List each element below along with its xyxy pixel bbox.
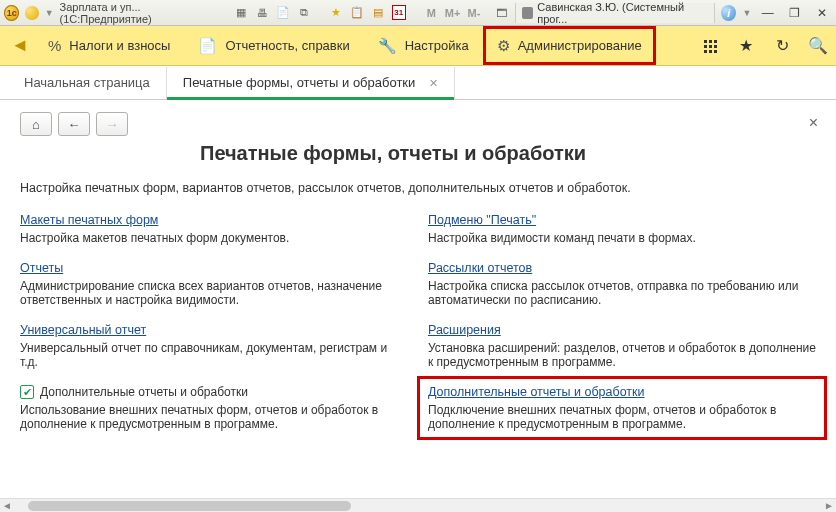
m-icon[interactable]: M <box>424 5 439 21</box>
left-column: Макеты печатных форм Настройка макетов п… <box>20 213 408 447</box>
window-icon[interactable]: 🗔 <box>494 5 509 21</box>
link-print-submenu[interactable]: Подменю "Печать" <box>428 213 536 227</box>
tab-label: Печатные формы, отчеты и обработки <box>183 75 416 90</box>
window-titlebar: 1c ▼ Зарплата и уп... (1С:Предприятие) ▦… <box>0 0 836 26</box>
section-additional-reports-checkbox: ✔ Дополнительные отчеты и обработки Испо… <box>20 385 408 431</box>
scroll-thumb[interactable] <box>28 501 351 511</box>
desc-reports: Администрирование списка всех вариантов … <box>20 279 408 307</box>
home-button[interactable]: ⌂ <box>20 112 52 136</box>
page-nav-buttons: ⌂ ← → <box>20 112 816 136</box>
chevron-down-icon: ▼ <box>45 8 54 18</box>
main-toolbar: ◄ % Налоги и взносы 📄 Отчетность, справк… <box>0 26 836 66</box>
scroll-right-arrow[interactable]: ► <box>822 500 836 511</box>
compare-icon[interactable]: ⧉ <box>297 5 312 21</box>
m-minus-icon[interactable]: M- <box>466 5 481 21</box>
forward-button[interactable]: → <box>96 112 128 136</box>
back-button[interactable]: ← <box>58 112 90 136</box>
percent-icon: % <box>48 37 61 54</box>
nav-administration[interactable]: ⚙ Администрирование <box>483 26 656 65</box>
chevron-down-icon: ▼ <box>742 8 751 18</box>
nav-label: Налоги и взносы <box>69 38 170 53</box>
clipboard-icon[interactable]: 📋 <box>349 5 364 21</box>
checkbox-label: Дополнительные отчеты и обработки <box>40 385 248 399</box>
highlighted-section: Дополнительные отчеты и обработки Подклю… <box>422 381 822 435</box>
right-column: Подменю "Печать" Настройка видимости ком… <box>428 213 816 447</box>
history-button[interactable]: ↻ <box>764 26 800 66</box>
toolbar-right: ★ ↻ 🔍 <box>692 26 836 65</box>
favorites-button[interactable]: ★ <box>728 26 764 66</box>
desc-print-layouts: Настройка макетов печатных форм документ… <box>20 231 408 245</box>
desc-extensions: Установка расширений: разделов, отчетов … <box>428 341 816 369</box>
nav-label: Отчетность, справки <box>225 38 349 53</box>
tab-start-page[interactable]: Начальная страница <box>8 67 167 99</box>
nav-taxes[interactable]: % Налоги и взносы <box>34 26 184 65</box>
scroll-left-arrow[interactable]: ◄ <box>0 500 14 511</box>
link-universal-report[interactable]: Универсальный отчет <box>20 323 146 337</box>
section-additional-reports-link: Дополнительные отчеты и обработки Подклю… <box>428 381 816 435</box>
print-icon[interactable]: 🖶 <box>254 5 269 21</box>
close-tab-icon[interactable]: ✕ <box>429 77 438 89</box>
user-label: Савинская З.Ю. (Системный прог... <box>537 1 708 25</box>
checkbox-row[interactable]: ✔ Дополнительные отчеты и обработки <box>20 385 408 399</box>
nav-settings[interactable]: 🔧 Настройка <box>364 26 483 65</box>
section-print-submenu: Подменю "Печать" Настройка видимости ком… <box>428 213 816 245</box>
nav-label: Администрирование <box>518 38 642 53</box>
tb-icon-1[interactable]: ▦ <box>233 5 248 21</box>
horizontal-scrollbar[interactable]: ◄ ► <box>0 498 836 512</box>
tab-label: Начальная страница <box>24 75 150 90</box>
page-title: Печатные формы, отчеты и обработки <box>200 142 816 165</box>
tabs-bar: Начальная страница Печатные формы, отчет… <box>0 66 836 100</box>
grid-icon <box>703 39 717 53</box>
gear-icon: ⚙ <box>497 37 510 55</box>
toolbar-back-button[interactable]: ◄ <box>6 26 34 65</box>
page-close-button[interactable]: × <box>809 114 818 132</box>
tab-print-forms[interactable]: Печатные формы, отчеты и обработки ✕ <box>167 67 455 99</box>
desc-print-submenu: Настройка видимости команд печати в форм… <box>428 231 816 245</box>
page-subtitle: Настройка печатных форм, вариантов отчет… <box>20 181 816 195</box>
section-report-mailing: Рассылки отчетов Настройка списка рассыл… <box>428 261 816 307</box>
section-print-layouts: Макеты печатных форм Настройка макетов п… <box>20 213 408 245</box>
document-icon: 📄 <box>198 37 217 55</box>
desc-report-mailing: Настройка списка рассылок отчетов, отпра… <box>428 279 816 307</box>
checkbox-checked-icon[interactable]: ✔ <box>20 385 34 399</box>
nav-label: Настройка <box>405 38 469 53</box>
section-universal-report: Универсальный отчет Универсальный отчет … <box>20 323 408 369</box>
apps-button[interactable] <box>692 26 728 66</box>
desc-additional-right: Подключение внешних печатных форм, отчет… <box>428 403 816 431</box>
doc-icon[interactable]: 📄 <box>276 5 291 21</box>
info-icon[interactable]: i <box>721 5 736 21</box>
minimize-button[interactable]: — <box>757 4 778 22</box>
app-icon: 1c <box>4 5 19 21</box>
link-print-layouts[interactable]: Макеты печатных форм <box>20 213 158 227</box>
page-content: ⌂ ← → × Печатные формы, отчеты и обработ… <box>0 100 836 498</box>
section-reports: Отчеты Администрирование списка всех вар… <box>20 261 408 307</box>
scroll-track[interactable] <box>14 501 822 511</box>
link-reports[interactable]: Отчеты <box>20 261 63 275</box>
desc-additional-left: Использование внешних печатных форм, отч… <box>20 403 408 431</box>
m-plus-icon[interactable]: M+ <box>445 5 461 21</box>
search-button[interactable]: 🔍 <box>800 26 836 66</box>
table-icon[interactable]: ▤ <box>370 5 385 21</box>
app-menu-dropdown[interactable] <box>25 6 38 20</box>
user-segment[interactable]: Савинская З.Ю. (Системный прог... <box>515 3 715 23</box>
restore-button[interactable]: ❐ <box>784 4 805 22</box>
desc-universal-report: Универсальный отчет по справочникам, док… <box>20 341 408 369</box>
link-extensions[interactable]: Расширения <box>428 323 501 337</box>
nav-reports[interactable]: 📄 Отчетность, справки <box>184 26 363 65</box>
avatar-icon <box>522 7 533 19</box>
section-extensions: Расширения Установка расширений: раздело… <box>428 323 816 369</box>
content-columns: Макеты печатных форм Настройка макетов п… <box>20 213 816 447</box>
calendar-icon[interactable]: 31 <box>392 5 406 20</box>
star-icon[interactable]: ★ <box>328 5 343 21</box>
window-title: Зарплата и уп... (1С:Предприятие) <box>60 1 228 25</box>
link-additional-reports[interactable]: Дополнительные отчеты и обработки <box>428 385 645 399</box>
link-report-mailing[interactable]: Рассылки отчетов <box>428 261 532 275</box>
wrench-icon: 🔧 <box>378 37 397 55</box>
close-button[interactable]: ✕ <box>811 4 832 22</box>
